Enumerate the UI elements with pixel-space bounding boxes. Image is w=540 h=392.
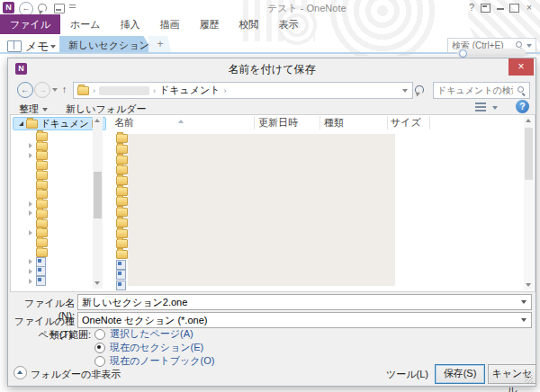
tab-insert[interactable]: 挿入 xyxy=(111,14,150,34)
resize-grip[interactable] xyxy=(525,375,533,383)
save-as-dialog: N 名前を付けて保存 × ← → ↑ › › ドキュメント › 整理 新しいフォ… xyxy=(7,58,536,387)
new-section-tab[interactable]: + xyxy=(148,36,172,54)
tree-row[interactable] xyxy=(16,141,92,151)
nav-back-button[interactable]: ← xyxy=(17,82,33,98)
column-separator[interactable] xyxy=(254,116,255,129)
radio-selected-icon[interactable] xyxy=(94,343,105,353)
chevron-down-icon[interactable] xyxy=(50,45,56,49)
dialog-title: 名前を付けて保存 xyxy=(8,62,536,77)
up-one-level-button[interactable]: ↑ xyxy=(58,82,70,96)
tree-row[interactable] xyxy=(16,151,92,161)
tree-row[interactable] xyxy=(16,209,92,218)
address-dropdown-chevron-icon[interactable] xyxy=(402,89,408,93)
window-help-icon[interactable]: ? xyxy=(465,2,478,13)
scroll-up-icon[interactable] xyxy=(526,119,531,122)
chevron-down-icon xyxy=(42,108,48,111)
scroll-down-icon[interactable] xyxy=(94,281,100,285)
tree-row[interactable] xyxy=(16,131,92,141)
recent-locations-chevron-icon[interactable] xyxy=(52,88,58,92)
expander-icon[interactable] xyxy=(29,279,32,284)
tab-view[interactable]: 表示 xyxy=(269,14,309,34)
tab-review[interactable]: 校閲 xyxy=(230,14,269,34)
tree-scrollbar[interactable] xyxy=(93,116,103,289)
folder-icon xyxy=(77,86,89,95)
tree-row[interactable] xyxy=(16,276,92,286)
dialog-search-input[interactable] xyxy=(434,85,513,95)
tree-item-label: ドキュメント xyxy=(40,118,98,130)
column-separator[interactable] xyxy=(387,116,388,129)
tab-draw[interactable]: 描画 xyxy=(150,14,190,34)
expander-icon[interactable] xyxy=(29,269,32,274)
breadcrumb-documents[interactable]: ドキュメント xyxy=(159,84,220,97)
column-header-size[interactable]: サイズ xyxy=(391,115,421,130)
scrollbar-thumb[interactable] xyxy=(525,128,533,180)
window-title: テスト - OneNote xyxy=(267,2,346,15)
column-header-name[interactable]: 名前 xyxy=(114,115,134,130)
file-name-input[interactable] xyxy=(78,297,521,307)
page-range-label: ページ範囲: xyxy=(8,328,91,342)
tree-row[interactable] xyxy=(16,237,92,247)
tree-row[interactable] xyxy=(16,247,92,257)
maximize-icon[interactable] xyxy=(509,4,519,13)
hide-folders-toggle-icon[interactable] xyxy=(14,366,27,379)
radio-current-section[interactable]: 現在のセクション(E) xyxy=(94,341,203,354)
file-type-select[interactable]: OneNote セクション (*.one) xyxy=(77,312,532,328)
tree-row[interactable] xyxy=(16,257,92,267)
touch-mode-icon[interactable] xyxy=(54,4,65,13)
ribbon-display-options-icon[interactable] xyxy=(481,4,490,13)
nav-forward-button[interactable]: → xyxy=(34,82,50,98)
combo-chevron-icon[interactable] xyxy=(521,318,526,322)
expander-icon[interactable] xyxy=(29,143,32,148)
undo-icon[interactable] xyxy=(38,4,47,13)
tools-button[interactable]: ツール(L) xyxy=(386,368,441,381)
hide-folders-label[interactable]: フォルダーの非表示 xyxy=(31,368,121,381)
search-scope-chevron-icon[interactable] xyxy=(526,44,532,48)
column-header-modified[interactable]: 更新日時 xyxy=(258,115,298,130)
expander-icon[interactable] xyxy=(29,259,32,264)
save-button[interactable]: 保存(S) xyxy=(435,364,485,384)
column-header-type[interactable]: 種類 xyxy=(324,115,344,130)
dialog-close-icon[interactable]: × xyxy=(508,58,534,76)
column-separator[interactable] xyxy=(320,116,320,129)
scrollbar-thumb[interactable] xyxy=(94,172,102,218)
radio-selected-pages[interactable]: 選択したページ(A) xyxy=(94,327,194,341)
tree-row[interactable] xyxy=(16,190,92,200)
quick-access-customize-icon[interactable] xyxy=(69,4,76,8)
tree-row[interactable] xyxy=(16,160,92,170)
tab-file[interactable]: ファイル xyxy=(0,14,60,34)
tree-row[interactable] xyxy=(16,180,92,190)
scroll-down-icon[interactable] xyxy=(526,283,531,287)
section-tab[interactable]: 新しいセクション 1 xyxy=(59,36,155,54)
tree-row[interactable] xyxy=(16,267,92,277)
tab-history[interactable]: 履歴 xyxy=(190,14,230,34)
radio-icon[interactable] xyxy=(94,329,105,340)
breadcrumb-chevron-icon: › xyxy=(220,86,230,95)
tab-home[interactable]: ホーム xyxy=(60,14,111,34)
list-scrollbar[interactable] xyxy=(524,116,534,290)
expander-open-icon[interactable] xyxy=(19,121,23,126)
folder-icon xyxy=(116,239,128,248)
help-icon[interactable]: ? xyxy=(516,100,529,113)
expander-icon[interactable] xyxy=(29,210,32,216)
view-options-chevron-icon[interactable] xyxy=(492,106,498,110)
shortcut-icon xyxy=(36,257,46,267)
refresh-icon[interactable] xyxy=(415,85,424,94)
change-view-icon[interactable] xyxy=(475,102,486,104)
tree-row[interactable] xyxy=(16,218,92,228)
minimize-icon[interactable] xyxy=(497,8,504,10)
tree-row[interactable] xyxy=(16,228,92,238)
tree-row[interactable] xyxy=(16,199,92,209)
radio-current-notebook[interactable]: 現在のノートブック(O) xyxy=(94,354,214,368)
address-bar[interactable]: › › ドキュメント › xyxy=(73,82,413,99)
combo-chevron-icon[interactable] xyxy=(521,300,526,304)
folder-tree xyxy=(16,131,92,286)
expander-icon[interactable] xyxy=(29,201,32,207)
expander-icon[interactable] xyxy=(29,230,32,236)
column-separator[interactable] xyxy=(429,116,430,129)
radio-icon[interactable] xyxy=(94,356,105,367)
scroll-up-icon[interactable] xyxy=(94,119,100,122)
tree-row[interactable] xyxy=(16,170,92,180)
breadcrumb-redacted-segment[interactable] xyxy=(99,86,149,95)
expander-icon[interactable] xyxy=(29,153,32,158)
window-close-icon[interactable]: × xyxy=(523,2,536,13)
